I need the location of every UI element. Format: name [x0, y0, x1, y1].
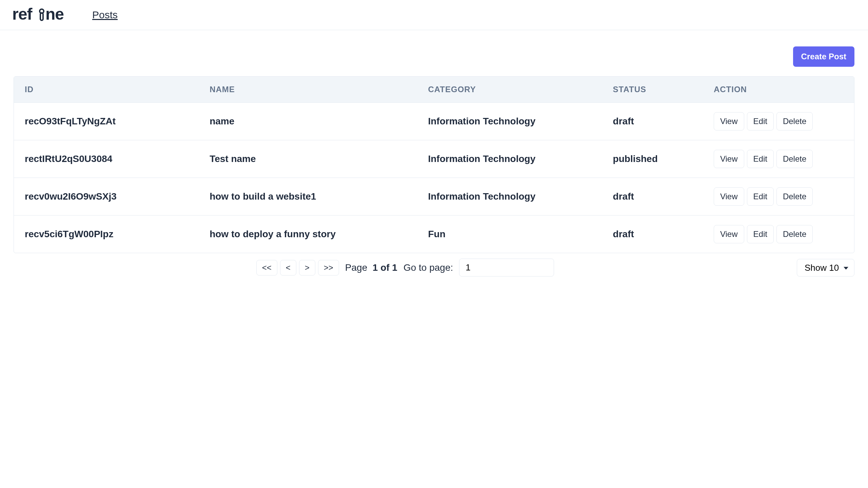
view-button[interactable]: View: [714, 150, 744, 168]
cell-status: published: [602, 140, 703, 178]
cell-status: draft: [602, 216, 703, 253]
cell-actions: View Edit Delete: [703, 178, 854, 216]
view-button[interactable]: View: [714, 225, 744, 243]
cell-actions: View Edit Delete: [703, 140, 854, 178]
cell-actions: View Edit Delete: [703, 216, 854, 253]
cell-actions: View Edit Delete: [703, 103, 854, 140]
delete-button[interactable]: Delete: [776, 187, 813, 206]
cell-id: recv5ci6TgW00PIpz: [14, 216, 199, 253]
table-row: recO93tFqLTyNgZAt name Information Techn…: [14, 103, 854, 140]
page-current: 1 of 1: [373, 262, 397, 273]
delete-button[interactable]: Delete: [776, 150, 813, 168]
cell-category: Information Technology: [417, 140, 602, 178]
cell-name: how to deploy a funny story: [199, 216, 417, 253]
table-header-status: STATUS: [602, 77, 703, 103]
refine-logo-svg: ref ne: [12, 6, 87, 24]
cell-category: Fun: [417, 216, 602, 253]
svg-rect-2: [40, 13, 43, 20]
posts-table: ID NAME CATEGORY STATUS ACTION recO93tFq…: [14, 77, 854, 253]
page-last-button[interactable]: >>: [318, 260, 339, 276]
edit-button[interactable]: Edit: [747, 225, 774, 243]
table-row: recv0wu2I6O9wSXj3 how to build a website…: [14, 178, 854, 216]
page-next-button[interactable]: >: [299, 260, 315, 276]
pagination: << < > >> Page 1 of 1 Go to page: Show 1…: [14, 253, 854, 282]
delete-button[interactable]: Delete: [776, 225, 813, 243]
edit-button[interactable]: Edit: [747, 112, 774, 130]
page-label: Page 1 of 1: [345, 262, 397, 273]
table-header-id: ID: [14, 77, 199, 103]
app-header: ref ne Posts: [0, 0, 868, 30]
page-size-select[interactable]: Show 10: [797, 259, 854, 277]
svg-text:ne: ne: [45, 6, 64, 23]
page-prev-button[interactable]: <: [280, 260, 296, 276]
cell-status: draft: [602, 178, 703, 216]
cell-id: rectIRtU2qS0U3084: [14, 140, 199, 178]
main-container: Create Post ID NAME CATEGORY STATUS ACTI…: [0, 30, 868, 282]
toolbar: Create Post: [14, 46, 854, 67]
table-row: rectIRtU2qS0U3084 Test name Information …: [14, 140, 854, 178]
cell-name: Test name: [199, 140, 417, 178]
cell-category: Information Technology: [417, 103, 602, 140]
edit-button[interactable]: Edit: [747, 187, 774, 206]
posts-table-wrapper: ID NAME CATEGORY STATUS ACTION recO93tFq…: [14, 76, 854, 253]
edit-button[interactable]: Edit: [747, 150, 774, 168]
cell-status: draft: [602, 103, 703, 140]
delete-button[interactable]: Delete: [776, 112, 813, 130]
table-header-name: NAME: [199, 77, 417, 103]
view-button[interactable]: View: [714, 187, 744, 206]
table-row: recv5ci6TgW00PIpz how to deploy a funny …: [14, 216, 854, 253]
svg-text:ref: ref: [12, 6, 33, 23]
create-post-button[interactable]: Create Post: [793, 46, 854, 67]
table-header-action: ACTION: [703, 77, 854, 103]
goto-label: Go to page:: [403, 262, 453, 273]
table-header-row: ID NAME CATEGORY STATUS ACTION: [14, 77, 854, 103]
cell-category: Information Technology: [417, 178, 602, 216]
table-header-category: CATEGORY: [417, 77, 602, 103]
logo: ref ne: [12, 6, 87, 24]
cell-name: name: [199, 103, 417, 140]
page-first-button[interactable]: <<: [256, 260, 277, 276]
view-button[interactable]: View: [714, 112, 744, 130]
cell-name: how to build a website1: [199, 178, 417, 216]
cell-id: recv0wu2I6O9wSXj3: [14, 178, 199, 216]
goto-page-input[interactable]: [459, 259, 554, 277]
page-label-text: Page: [345, 262, 367, 273]
nav-posts[interactable]: Posts: [92, 9, 118, 21]
cell-id: recO93tFqLTyNgZAt: [14, 103, 199, 140]
